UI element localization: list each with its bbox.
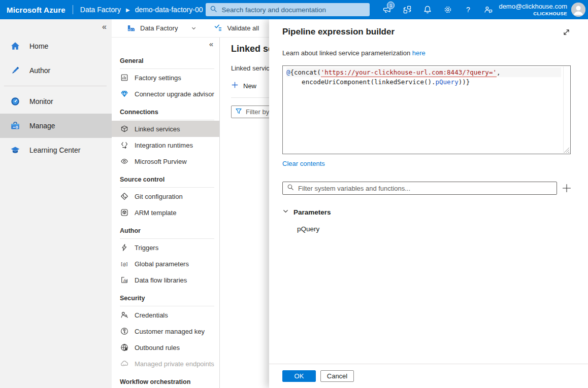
account-info[interactable]: demo@clickhouse.com CLICKHOUSE [499,3,571,17]
learn-line: Learn about linked service parameterizat… [282,49,571,57]
connector-upgrade-advisor-icon [120,90,128,98]
switch-directory-icon[interactable] [397,0,417,19]
manage-sidebar-sections: GeneralFactory settingsConnector upgrade… [112,57,219,388]
leftnav-item-author[interactable]: Author [0,58,112,83]
sidebar-item-triggers[interactable]: Triggers [112,239,219,256]
sidebar-item-arm-template[interactable]: ARM template [112,204,219,221]
validate-all-button[interactable]: Validate all [214,23,259,33]
factory-chevron-down-icon[interactable] [191,25,197,31]
notifications-icon[interactable] [417,0,438,19]
functions-filter-row [282,182,571,195]
topbar-icons: 1? [377,0,499,19]
filter-funnel-icon [235,108,242,117]
sidebar-item-integration-runtimes[interactable]: Integration runtimes [112,137,219,153]
sidebar-item-data-flow-libraries[interactable]: fxData flow libraries [112,272,219,288]
sidebar-item-git-configuration[interactable]: Git configuration [112,188,219,204]
sidebar-item-linked-services[interactable]: Linked services [112,121,219,137]
leftnav-item-label: Author [29,66,50,75]
panel-footer: OK Cancel [269,364,588,388]
leftnav-item-label: Monitor [29,97,53,105]
arm-template-icon [120,208,128,217]
sidebar-item-outbound-rules[interactable]: Outbound rules [112,339,219,356]
avatar[interactable] [571,3,585,17]
notification-badge: 1 [387,2,395,9]
integration-runtimes-icon [120,141,128,149]
linked-services-icon [120,125,128,133]
leftnav-collapse-icon[interactable]: « [102,22,107,31]
new-button-label: New [243,82,256,90]
microsoft-purview-icon [120,157,128,165]
account-email: demo@clickhouse.com [499,3,567,11]
sidebar-section-source-control: Source controlGit configurationARM templ… [112,175,219,221]
settings-icon[interactable] [438,0,458,19]
leftnav-item-monitor[interactable]: Monitor [0,89,112,114]
sidebar-section-title: Connections [112,108,219,117]
new-linked-service-button[interactable]: New [231,81,256,90]
expand-panel-icon[interactable] [562,28,571,39]
expression-editor[interactable]: @{concat('https://your-clickhouse-url.co… [282,65,571,154]
svg-text:fx: fx [123,278,127,283]
azure-brand[interactable]: Microsoft Azure [0,6,66,14]
functions-filter-input[interactable] [298,185,552,192]
sidebar-section-divider [120,187,214,188]
sidebar-section-connections: ConnectionsLinked servicesIntegration ru… [112,108,219,169]
breadcrumb-product[interactable]: Data Factory [80,6,121,14]
search-icon [210,5,217,15]
global-search-input[interactable] [221,6,366,14]
managed-private-endpoints-icon [120,360,128,368]
sidebar-section-divider [120,238,214,239]
sidebar-item-factory-settings[interactable]: Factory settings [112,69,219,86]
global-search[interactable] [206,3,370,16]
leftnav-divider [4,86,107,86]
sidebar-section-divider [120,306,214,306]
credentials-icon [120,311,128,319]
plus-icon [231,81,239,90]
sidebar-item-label: Linked services [135,125,180,133]
sidebar-item-label: Integration runtimes [135,142,193,149]
leftnav-item-home[interactable]: Home [0,34,112,58]
sidebar-collapse-icon[interactable]: « [112,40,219,51]
leftnav-item-label: Home [29,42,48,50]
code-line: encodeUriComponent(linkedService().pQuer… [286,77,561,87]
ok-button[interactable]: OK [282,370,316,382]
cancel-button[interactable]: Cancel [320,370,354,382]
sidebar-item-global-parameters[interactable]: [@]Global parameters [112,256,219,272]
monitor-icon [10,96,21,107]
sidebar-item-label: Managed private endpoints [135,360,214,368]
sidebar-item-label: Outbound rules [135,344,180,351]
parameter-item-pquery[interactable]: pQuery [282,225,571,233]
outbound-rules-icon [120,343,128,351]
learn-here-link[interactable]: here [412,49,426,57]
feedback-icon[interactable] [478,0,499,19]
sidebar-item-connector-upgrade-advisor[interactable]: Connector upgrade advisor [112,86,219,102]
sidebar-item-customer-managed-key[interactable]: Customer managed key [112,323,219,339]
breadcrumb-factory-name[interactable]: demo-data-factory-00 [135,6,203,14]
editor-resize-handle[interactable] [564,147,569,153]
add-parameter-button[interactable] [562,183,572,194]
leftnav-item-learning-center[interactable]: Learning Center [0,138,112,162]
help-icon[interactable]: ? [458,0,478,19]
sidebar-section-security: SecurityCredentialsCustomer managed keyO… [112,294,219,372]
clear-contents-link[interactable]: Clear contents [282,160,325,167]
data-flow-libraries-icon: fx [120,276,128,284]
sidebar-item-label: Data flow libraries [135,276,187,284]
parameters-accordion[interactable]: Parameters [282,207,571,217]
sidebar-item-label: Microsoft Purview [135,158,187,165]
sidebar-item-microsoft-purview[interactable]: Microsoft Purview [112,153,219,169]
functions-filter[interactable] [282,182,557,195]
factory-toolbar-label: Data Factory [140,24,178,32]
announcements-icon[interactable]: 1 [377,0,397,19]
sidebar-item-credentials[interactable]: Credentials [112,307,219,323]
expression-builder-panel: Pipeline expression builder Learn about … [269,19,588,388]
git-configuration-icon [120,192,128,200]
search-icon [287,184,294,193]
leftnav-item-manage[interactable]: Manage [0,114,112,138]
manage-sidebar: « GeneralFactory settingsConnector upgra… [112,38,220,388]
leftnav-item-label: Manage [29,122,55,130]
author-icon [10,65,21,76]
validate-all-icon [214,23,222,33]
sidebar-item-label: Customer managed key [135,328,205,335]
breadcrumb-arrow-icon: ▶ [126,7,130,13]
leftnav-item-label: Learning Center [29,146,80,154]
topbar-divider [73,5,73,14]
